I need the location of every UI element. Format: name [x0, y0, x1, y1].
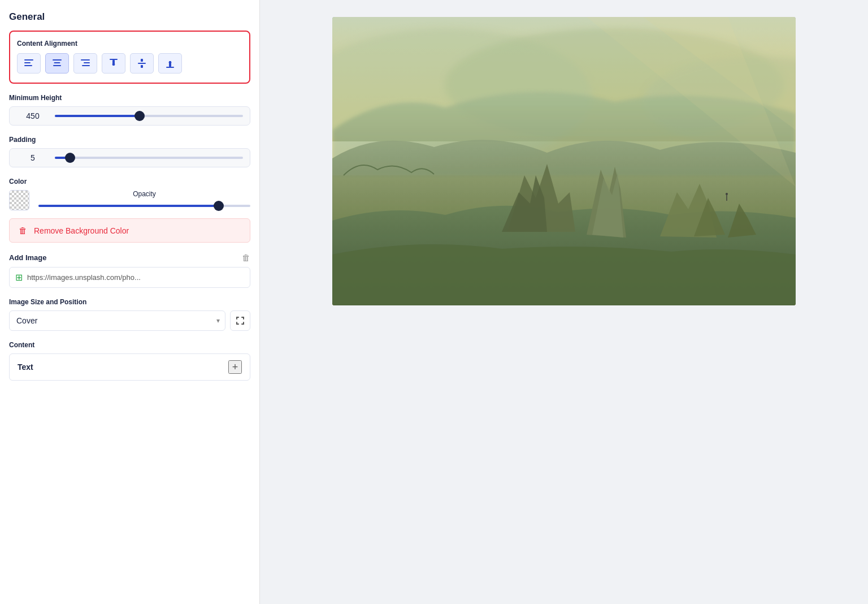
minimum-height-label: Minimum Height — [9, 94, 250, 102]
minimum-height-section: Minimum Height — [9, 94, 250, 126]
svg-rect-6 — [81, 59, 90, 61]
align-center-button[interactable] — [45, 53, 69, 74]
minimum-height-slider-row — [9, 106, 250, 126]
svg-rect-1 — [24, 62, 31, 63]
image-size-row: Cover Contain Auto Custom ▾ — [9, 310, 250, 331]
svg-rect-7 — [84, 62, 90, 63]
remove-bg-trash-icon: 🗑 — [19, 226, 27, 235]
remove-bg-label: Remove Background Color — [34, 226, 129, 235]
minimum-height-input[interactable] — [16, 111, 49, 120]
opacity-slider-track[interactable] — [38, 205, 250, 207]
svg-rect-14 — [141, 65, 143, 68]
opacity-label: Opacity — [38, 190, 250, 198]
svg-rect-13 — [138, 63, 146, 64]
left-panel: General Content Alignment — [0, 0, 260, 604]
svg-rect-15 — [166, 67, 174, 68]
svg-rect-21 — [243, 317, 244, 320]
svg-rect-5 — [53, 65, 61, 66]
minimum-height-slider-thumb[interactable] — [134, 111, 145, 121]
align-vertical-bottom-button[interactable] — [158, 53, 182, 74]
svg-marker-17 — [168, 61, 172, 63]
svg-rect-12 — [141, 59, 143, 62]
image-trash-icon[interactable]: 🗑 — [242, 253, 250, 262]
svg-rect-3 — [53, 59, 62, 61]
image-url-text: https://images.unsplash.com/pho... — [27, 273, 244, 282]
right-panel — [260, 0, 868, 604]
minimum-height-slider-track[interactable] — [55, 115, 243, 117]
content-section: Content Text + — [9, 341, 250, 381]
expand-button[interactable] — [230, 310, 250, 331]
color-label: Color — [9, 178, 250, 185]
svg-rect-2 — [24, 65, 32, 66]
image-size-select[interactable]: Cover Contain Auto Custom — [9, 310, 225, 331]
content-text-label: Text — [18, 363, 33, 372]
opacity-slider-thumb[interactable] — [214, 201, 224, 211]
align-vertical-top-button[interactable] — [102, 53, 125, 74]
image-size-select-wrapper: Cover Contain Auto Custom ▾ — [9, 310, 225, 331]
expand-icon — [236, 317, 244, 325]
padding-label: Padding — [9, 136, 250, 144]
preview-image — [332, 17, 796, 305]
image-size-label: Image Size and Position — [9, 298, 250, 306]
content-section-label: Content — [9, 341, 250, 349]
svg-rect-23 — [236, 322, 237, 325]
opacity-slider-fill — [38, 205, 219, 207]
svg-rect-33 — [332, 17, 796, 305]
content-alignment-box: Content Alignment — [9, 31, 250, 84]
image-header: Add Image 🗑 — [9, 253, 250, 262]
svg-rect-25 — [243, 322, 244, 325]
landscape-svg — [332, 17, 796, 305]
svg-rect-0 — [24, 59, 33, 61]
svg-rect-9 — [110, 59, 118, 60]
add-content-button[interactable]: + — [228, 360, 242, 374]
image-size-section: Image Size and Position Cover Contain Au… — [9, 298, 250, 331]
align-right-button[interactable] — [73, 53, 97, 74]
align-vertical-middle-button[interactable] — [130, 53, 154, 74]
add-image-label: Add Image — [9, 253, 46, 262]
remove-background-color-button[interactable]: 🗑 Remove Background Color — [9, 218, 250, 243]
content-text-item: Text + — [9, 353, 250, 381]
padding-slider-thumb[interactable] — [65, 153, 75, 163]
color-swatch[interactable] — [9, 190, 29, 210]
svg-rect-8 — [82, 65, 90, 66]
svg-rect-19 — [236, 317, 237, 320]
svg-marker-11 — [112, 64, 115, 66]
svg-rect-4 — [54, 62, 60, 63]
color-section: Color Opacity 🗑 Remove Background Color — [9, 178, 250, 243]
color-row: Opacity — [9, 190, 250, 210]
align-left-button[interactable] — [17, 53, 41, 74]
image-section: Add Image 🗑 ⊞ https://images.unsplash.co… — [9, 253, 250, 288]
alignment-buttons-group — [17, 53, 242, 74]
padding-slider-track[interactable] — [55, 157, 243, 159]
padding-input[interactable] — [16, 153, 49, 162]
opacity-col: Opacity — [38, 190, 250, 207]
padding-slider-row — [9, 148, 250, 167]
minimum-height-slider-fill — [55, 115, 140, 117]
image-url-icon: ⊞ — [15, 272, 23, 283]
image-url-row: ⊞ https://images.unsplash.com/pho... — [9, 267, 250, 288]
content-alignment-label: Content Alignment — [17, 40, 242, 48]
section-title: General — [9, 11, 250, 23]
padding-section: Padding — [9, 136, 250, 167]
